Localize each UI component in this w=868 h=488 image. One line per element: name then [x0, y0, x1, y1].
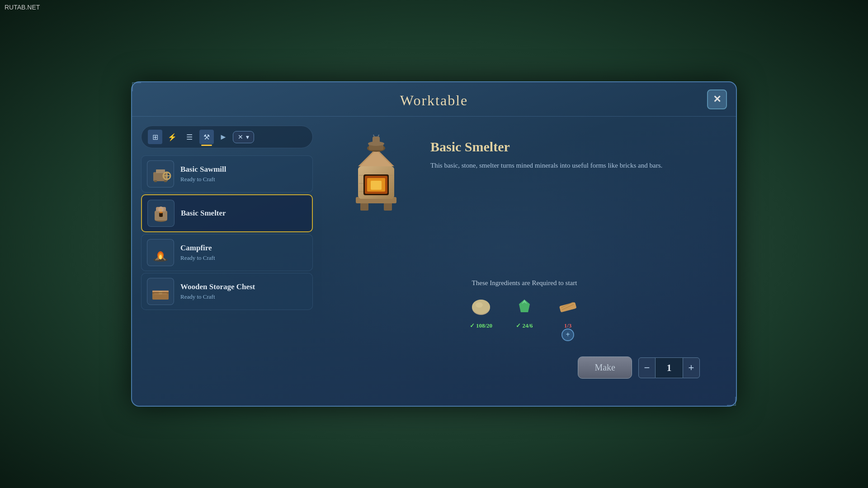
modal-overlay: Worktable ✕ ⊞ ⚡ ☰ ⚒ ► ✕ ▾ [0, 0, 868, 488]
craft-item-wooden-storage-chest[interactable]: Wooden Storage Chest Ready to Craft [141, 273, 313, 310]
worktable-modal: Worktable ✕ ⊞ ⚡ ☰ ⚒ ► ✕ ▾ [131, 81, 737, 407]
filter-dropdown-icon: ✕ [238, 133, 243, 141]
detail-description: This basic, stone, smelter turns mined m… [430, 160, 684, 171]
svg-rect-25 [154, 293, 167, 294]
craft-item-icon-campfire [147, 239, 174, 266]
close-button[interactable]: ✕ [707, 89, 727, 109]
craft-item-name-basic-smelter: Basic Smelter [181, 209, 226, 218]
craft-list: Basic Sawmill Ready to Craft [141, 155, 313, 310]
filter-icons: ⊞ ⚡ ☰ ⚒ [148, 130, 214, 144]
detail-text: Basic Smelter This basic, stone, smelter… [430, 135, 713, 171]
ingredient-icon-stone [468, 294, 494, 319]
craft-item-name-campfire: Campfire [180, 244, 215, 253]
craft-item-info-basic-sawmill: Basic Sawmill Ready to Craft [180, 165, 226, 183]
svg-rect-1 [156, 169, 165, 173]
detail-image [335, 135, 417, 216]
svg-point-47 [476, 302, 483, 308]
detail-main: Basic Smelter This basic, stone, smelter… [322, 126, 727, 225]
craft-item-icon-basic-smelter [147, 200, 175, 227]
craft-item-status-basic-sawmill: Ready to Craft [180, 176, 226, 183]
right-panel: Basic Smelter This basic, stone, smelter… [322, 126, 727, 397]
svg-point-20 [159, 255, 162, 259]
ingredient-count-gem: ✓24/6 [516, 322, 533, 329]
craft-item-info-campfire: Campfire Ready to Craft [180, 244, 215, 262]
ingredients-title: These Ingredients are Required to start [335, 279, 713, 287]
svg-rect-26 [152, 292, 169, 293]
detail-content: Basic Smelter This basic, stone, smelter… [322, 126, 727, 397]
craft-item-info-basic-smelter: Basic Smelter [181, 209, 226, 218]
filter-icon-arrow[interactable]: ⚡ [165, 130, 179, 144]
svg-rect-38 [371, 181, 382, 190]
svg-marker-40 [360, 150, 392, 166]
svg-point-12 [159, 211, 163, 213]
quantity-control: − 1 + [638, 357, 700, 378]
modal-title: Worktable [400, 92, 468, 108]
left-panel: ⊞ ⚡ ☰ ⚒ ► ✕ ▾ [141, 126, 313, 397]
ingredient-wood: 1/3 + [555, 294, 580, 341]
ingredient-count-stone: ✓108/20 [470, 322, 492, 329]
craft-item-basic-smelter[interactable]: Basic Smelter [141, 194, 313, 232]
craft-item-info-wooden-storage-chest: Wooden Storage Chest Ready to Craft [180, 282, 255, 300]
modal-body: ⊞ ⚡ ☰ ⚒ ► ✕ ▾ [132, 117, 736, 406]
craft-item-campfire[interactable]: Campfire Ready to Craft [141, 234, 313, 271]
craft-item-icon-basic-sawmill [147, 160, 174, 188]
action-row: Make − 1 + [335, 352, 713, 388]
filter-icon-worktable[interactable]: ⚒ [199, 130, 214, 144]
craft-item-status-campfire: Ready to Craft [180, 254, 215, 262]
craft-item-status-wooden-storage-chest: Ready to Craft [180, 293, 255, 300]
svg-rect-44 [373, 136, 380, 145]
quantity-decrease-button[interactable]: − [638, 357, 656, 378]
detail-item-name: Basic Smelter [430, 139, 713, 155]
ingredient-plus-button[interactable]: + [561, 328, 574, 341]
filter-dropdown[interactable]: ✕ ▾ [233, 131, 254, 143]
ingredients-section: These Ingredients are Required to start [322, 270, 727, 397]
filter-dropdown-chevron: ▾ [246, 133, 249, 141]
ingredient-stone: ✓108/20 [468, 294, 494, 341]
make-button[interactable]: Make [578, 357, 632, 379]
ingredient-icon-gem [512, 294, 537, 319]
modal-header: Worktable ✕ [132, 82, 736, 117]
ingredients-row: ✓108/20 [335, 294, 713, 341]
svg-rect-6 [164, 180, 167, 182]
filter-bar: ⊞ ⚡ ☰ ⚒ ► ✕ ▾ [141, 126, 313, 148]
corner-br [727, 397, 736, 406]
quantity-increase-button[interactable]: + [683, 357, 700, 378]
ingredient-gem: ✓24/6 [512, 294, 537, 341]
craft-item-name-basic-sawmill: Basic Sawmill [180, 165, 226, 174]
craft-item-name-wooden-storage-chest: Wooden Storage Chest [180, 282, 255, 291]
filter-icon-grid[interactable]: ⊞ [148, 130, 162, 144]
craft-item-basic-sawmill[interactable]: Basic Sawmill Ready to Craft [141, 155, 313, 192]
filter-arrow-separator: ► [219, 132, 227, 142]
ingredient-icon-wood [555, 294, 580, 319]
svg-rect-5 [154, 180, 157, 182]
quantity-value: 1 [656, 357, 683, 378]
craft-item-icon-wooden-storage-chest [147, 278, 174, 305]
filter-icon-table[interactable]: ☰ [182, 130, 197, 144]
